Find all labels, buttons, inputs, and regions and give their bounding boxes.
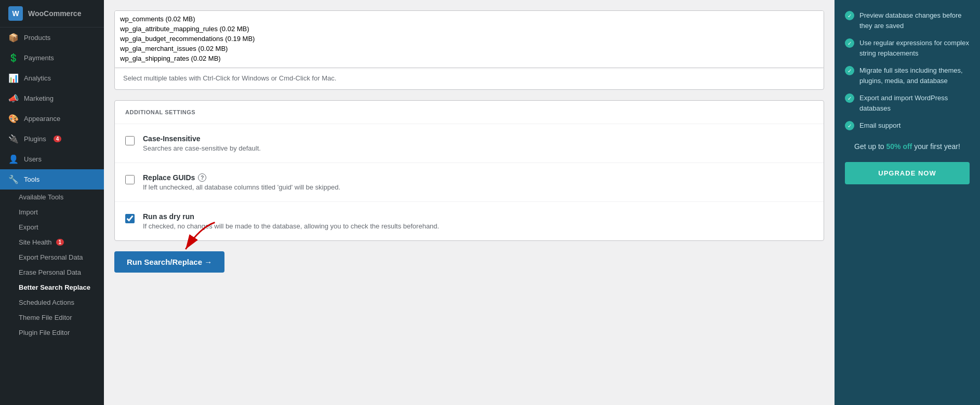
- sidebar-item-label: Analytics: [24, 74, 51, 82]
- content-area: wp_comments (0.02 MB) wp_gla_attribute_m…: [104, 0, 980, 405]
- submenu-import[interactable]: Import: [0, 205, 104, 220]
- sidebar-item-label: Marketing: [24, 95, 54, 102]
- analytics-icon: 📊: [8, 73, 19, 83]
- feature-email-text: Email support: [859, 120, 900, 131]
- submenu-export[interactable]: Export: [0, 220, 104, 235]
- case-insensitive-checkbox[interactable]: [125, 136, 135, 145]
- feature-preview-text: Preview database changes before they are…: [859, 10, 970, 31]
- tools-submenu: Available Tools Import Export Site Healt…: [0, 190, 104, 340]
- replace-guids-wrap: Replace GUIDs ? If left unchecked, all d…: [143, 173, 340, 191]
- submenu-erase-personal-data[interactable]: Erase Personal Data: [0, 265, 104, 280]
- sidebar-item-marketing[interactable]: 📣 Marketing: [0, 88, 104, 109]
- case-insensitive-label: Case-Insensitive: [143, 134, 261, 143]
- replace-guids-label: Replace GUIDs ?: [143, 173, 340, 182]
- feature-export-text: Export and import WordPress databases: [859, 93, 970, 113]
- table-option[interactable]: wp_gla_budget_recommendations (0.19 MB): [118, 34, 820, 44]
- replace-guids-desc: If left unchecked, all database columns …: [143, 183, 340, 191]
- sidebar-item-tools[interactable]: 🔧 Tools: [0, 169, 104, 190]
- sidebar-item-label: Plugins: [24, 135, 46, 143]
- run-button-container: Run Search/Replace →: [114, 251, 224, 283]
- sidebar-item-users[interactable]: 👤 Users: [0, 149, 104, 169]
- table-option[interactable]: wp_gla_attribute_mapping_rules (0.02 MB): [118, 24, 820, 34]
- run-search-replace-button[interactable]: Run Search/Replace →: [114, 251, 224, 273]
- feature-regex-text: Use regular expressions for complex stri…: [859, 38, 970, 58]
- table-option[interactable]: wp_gla_merchant_issues (0.02 MB): [118, 44, 820, 53]
- plugins-icon: 🔌: [8, 134, 19, 144]
- replace-guids-help-icon[interactable]: ?: [198, 173, 206, 182]
- page-content: wp_comments (0.02 MB) wp_gla_attribute_m…: [104, 0, 835, 405]
- sidebar-item-payments[interactable]: 💲 Payments: [0, 48, 104, 68]
- additional-settings-header: ADDITIONAL SETTINGS: [115, 101, 824, 124]
- sidebar-item-analytics[interactable]: 📊 Analytics: [0, 68, 104, 88]
- table-hint: Select multiple tables with Ctrl-Click f…: [115, 69, 824, 89]
- main-content: wp_comments (0.02 MB) wp_gla_attribute_m…: [104, 0, 980, 405]
- feature-regex: ✓ Use regular expressions for complex st…: [845, 38, 970, 58]
- table-selection-box: wp_comments (0.02 MB) wp_gla_attribute_m…: [114, 10, 824, 90]
- promo-text: Get up to 50% off your first year!: [845, 142, 970, 151]
- check-icon-4: ✓: [845, 93, 854, 103]
- table-option[interactable]: wp_comments (0.02 MB): [118, 14, 820, 24]
- setting-replace-guids: Replace GUIDs ? If left unchecked, all d…: [115, 163, 824, 202]
- promo-highlight: 50% off: [886, 142, 912, 151]
- replace-guids-checkbox[interactable]: [125, 175, 135, 184]
- sidebar-item-label: Tools: [24, 176, 39, 183]
- sidebar-item-appearance[interactable]: 🎨 Appearance: [0, 109, 104, 129]
- dry-run-label: Run as dry run: [143, 212, 439, 221]
- marketing-icon: 📣: [8, 93, 19, 103]
- sidebar-item-label: Payments: [24, 54, 54, 62]
- submenu-available-tools[interactable]: Available Tools: [0, 190, 104, 205]
- submenu-scheduled-actions[interactable]: Scheduled Actions: [0, 295, 104, 310]
- upgrade-now-button[interactable]: UPGRADE NOW: [845, 162, 970, 184]
- plugins-badge: 4: [54, 136, 62, 142]
- sidebar-item-label: Users: [24, 155, 42, 163]
- payments-icon: 💲: [8, 53, 19, 63]
- sidebar-item-products[interactable]: 📦 Products: [0, 28, 104, 48]
- feature-migrate: ✓ Migrate full sites including themes, p…: [845, 65, 970, 86]
- woocommerce-logo-icon: W: [8, 6, 23, 21]
- submenu-theme-file-editor[interactable]: Theme File Editor: [0, 310, 104, 325]
- sidebar-item-label: Appearance: [24, 115, 60, 123]
- submenu-site-health[interactable]: Site Health 1: [0, 235, 104, 250]
- check-icon-5: ✓: [845, 121, 854, 130]
- sidebar: W WooCommerce 📦 Products 💲 Payments 📊 An…: [0, 0, 104, 405]
- users-icon: 👤: [8, 154, 19, 164]
- sidebar-item-label: Products: [24, 34, 50, 42]
- sidebar-logo[interactable]: W WooCommerce: [0, 0, 104, 28]
- case-insensitive-wrap: Case-Insensitive Searches are case-sensi…: [143, 134, 261, 152]
- feature-export-import: ✓ Export and import WordPress databases: [845, 93, 970, 113]
- active-arrow: [103, 176, 104, 184]
- setting-case-insensitive: Case-Insensitive Searches are case-sensi…: [115, 124, 824, 163]
- dry-run-wrap: Run as dry run If checked, no changes wi…: [143, 212, 439, 230]
- check-icon-2: ✓: [845, 38, 854, 48]
- case-insensitive-desc: Searches are case-sensitive by default.: [143, 144, 261, 152]
- sidebar-logo-text: WooCommerce: [28, 9, 81, 18]
- products-icon: 📦: [8, 33, 19, 43]
- site-health-badge: 1: [56, 239, 64, 246]
- table-select[interactable]: wp_comments (0.02 MB) wp_gla_attribute_m…: [115, 11, 824, 68]
- right-panel: ✓ Preview database changes before they a…: [835, 0, 980, 405]
- dry-run-desc: If checked, no changes will be made to t…: [143, 222, 439, 230]
- feature-preview: ✓ Preview database changes before they a…: [845, 10, 970, 31]
- sidebar-item-plugins[interactable]: 🔌 Plugins 4: [0, 129, 104, 149]
- feature-migrate-text: Migrate full sites including themes, plu…: [859, 65, 970, 86]
- submenu-export-personal-data[interactable]: Export Personal Data: [0, 250, 104, 265]
- tools-icon: 🔧: [8, 174, 19, 184]
- setting-dry-run: Run as dry run If checked, no changes wi…: [115, 202, 824, 240]
- additional-settings-card: ADDITIONAL SETTINGS Case-Insensitive Sea…: [114, 100, 824, 241]
- feature-email-support: ✓ Email support: [845, 120, 970, 131]
- table-option[interactable]: wp_gla_shipping_rates (0.02 MB): [118, 53, 820, 63]
- submenu-better-search-replace[interactable]: Better Search Replace: [0, 280, 104, 295]
- submenu-plugin-file-editor[interactable]: Plugin File Editor: [0, 325, 104, 340]
- check-icon-3: ✓: [845, 66, 854, 75]
- check-icon-1: ✓: [845, 11, 854, 20]
- appearance-icon: 🎨: [8, 114, 19, 124]
- dry-run-checkbox[interactable]: [125, 214, 135, 223]
